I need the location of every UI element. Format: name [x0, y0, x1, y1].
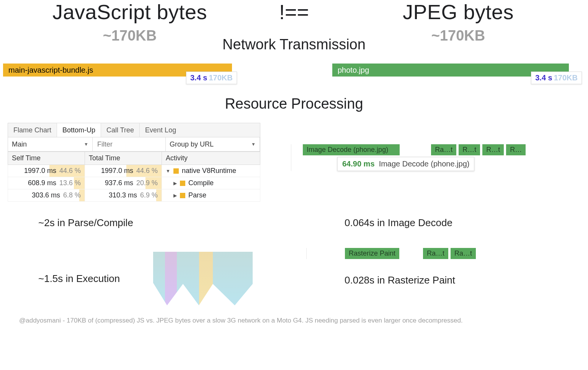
size-jpeg: ~170KB — [344, 28, 573, 44]
decode-seg: R…t — [482, 144, 504, 155]
decode-seg: R… — [506, 144, 526, 155]
title-js: JavaScript bytes — [15, 0, 244, 24]
decode-seg: Ra…t — [431, 144, 456, 155]
decode-timeline: Image Decode (phone.jpg) Ra…t R…t R…t R… — [303, 144, 580, 155]
groupby-dropdown[interactable]: Group by URL▼ — [166, 137, 260, 151]
decode-panel: Image Decode (phone.jpg) Ra…t R…t R…t R…… — [260, 123, 580, 171]
size-js: ~170KB — [15, 28, 244, 44]
raster-timeline: Rasterize Paint Ra…t Ra…t — [345, 248, 580, 259]
tab-event-log[interactable]: Event Log — [140, 123, 181, 137]
col-self-time: Self Time — [8, 152, 85, 165]
decode-main-seg: Image Decode (phone.jpg) — [303, 144, 400, 155]
chevron-down-icon: ▼ — [84, 142, 88, 147]
table-row[interactable]: 303.6 ms6.8 %310.3 ms6.9 %▶Parse — [8, 189, 260, 202]
chevron-down-icon: ▼ — [251, 142, 256, 147]
title-jpeg: JPEG bytes — [344, 0, 573, 24]
flame-chart-thumbnail — [153, 252, 253, 305]
profiler-tabs: Flame Chart Bottom-Up Call Tree Event Lo… — [8, 123, 260, 137]
caption-raster: 0.028s in Rasterize Paint — [306, 274, 580, 286]
tab-bottom-up[interactable]: Bottom-Up — [57, 123, 101, 137]
jpg-bar-tag: 3.4 s170KB — [531, 72, 582, 84]
filter-input-wrap — [93, 137, 166, 151]
caption-parse-compile: ~2s in Parse/Compile — [8, 217, 276, 229]
network-bars: main-javascript-bundle.js 3.4 s170KB pho… — [0, 64, 588, 77]
caption-execution: ~1.5s in Execution — [8, 273, 153, 285]
table-row[interactable]: 608.9 ms13.6 %937.6 ms20.9 %▶Compile — [8, 177, 260, 189]
caption-image-decode: 0.064s in Image Decode — [306, 217, 580, 229]
raster-seg: Ra…t — [451, 248, 476, 259]
decode-seg: R…t — [459, 144, 480, 155]
filter-input[interactable] — [96, 140, 162, 149]
js-bar-tag: 3.4 s170KB — [186, 72, 237, 84]
table-row[interactable]: 1997.0 ms44.6 %1997.0 ms44.6 %▼native V8… — [8, 165, 260, 177]
tab-call-tree[interactable]: Call Tree — [101, 123, 140, 137]
col-total-time: Total Time — [85, 152, 162, 165]
profiler-table: Self Time Total Time Activity 1997.0 ms4… — [8, 152, 260, 202]
thread-dropdown[interactable]: Main▼ — [8, 137, 93, 151]
credit-line: @addyosmani - 170KB of (compressed) JS v… — [0, 305, 588, 324]
not-equal-operator: !== — [244, 0, 344, 24]
decode-tooltip: 64.90 ms Image Decode (phone.jpg) — [337, 157, 474, 171]
col-activity: Activity — [162, 152, 260, 165]
tab-flame-chart[interactable]: Flame Chart — [8, 123, 57, 137]
section-processing: Resource Processing — [0, 96, 588, 112]
raster-seg: Rasterize Paint — [345, 248, 399, 259]
raster-seg: Ra…t — [423, 248, 448, 259]
profiler-panel: Flame Chart Bottom-Up Call Tree Event Lo… — [8, 123, 260, 202]
